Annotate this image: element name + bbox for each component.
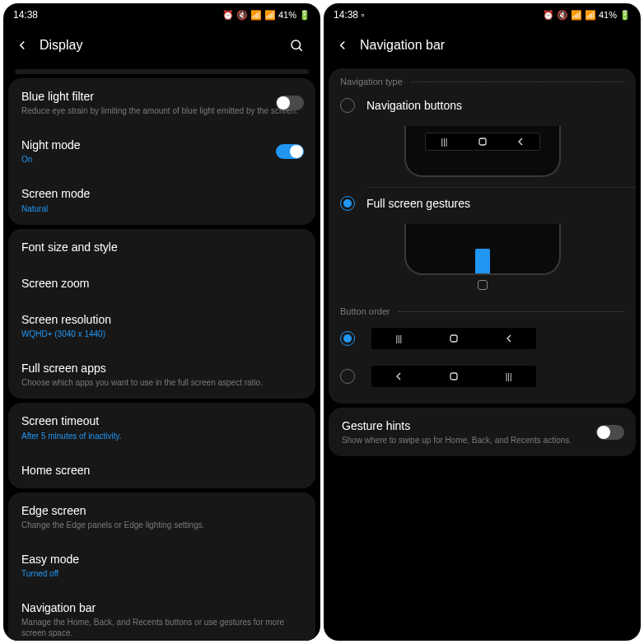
settings-row[interactable]: Navigation barManage the Home, Back, and…	[8, 590, 315, 641]
settings-row[interactable]: Blue light filterReduce eye strain by li…	[8, 78, 315, 127]
row-gesture-hints[interactable]: Gesture hints Show where to swipe up for…	[329, 408, 636, 456]
search-button[interactable]	[282, 31, 310, 59]
nav-settings-content[interactable]: Navigation type Navigation buttons |||	[324, 64, 641, 641]
row-subtitle: Reduce eye strain by limiting the amount…	[21, 105, 302, 116]
radio-selected[interactable]	[340, 196, 355, 211]
row-subtitle: Choose which apps you want to use in the…	[21, 377, 302, 388]
display-settings-screen: 14:38 ⏰ 🔇 📶 📶 41% 🔋 Display Blue light f…	[3, 3, 320, 641]
status-time: 14:38	[13, 9, 38, 21]
back-button[interactable]	[329, 31, 357, 59]
scroll-indicator	[15, 69, 309, 74]
button-order-2[interactable]: |||	[329, 357, 636, 395]
row-title: Screen zoom	[21, 276, 302, 291]
radio-unselected[interactable]	[340, 369, 355, 384]
card-light: Blue light filterReduce eye strain by li…	[8, 78, 315, 225]
option-label: Full screen gestures	[366, 197, 470, 210]
row-title: Screen mode	[21, 186, 302, 201]
row-subtitle: Change the Edge panels or Edge lighting …	[21, 520, 302, 530]
back-icon	[389, 372, 408, 380]
home-icon	[444, 372, 464, 380]
mute-icon: 🔇	[557, 10, 568, 21]
battery-icon: 🔋	[299, 10, 310, 21]
settings-row[interactable]: Full screen appsChoose which apps you wa…	[8, 350, 315, 399]
app-bar: Navigation bar	[324, 26, 641, 64]
toggle-on[interactable]	[276, 144, 304, 159]
divider	[411, 82, 624, 82]
recents-icon: |||	[435, 138, 455, 147]
recents-icon: |||	[499, 372, 519, 381]
signal-icon: 📶	[585, 10, 596, 21]
row-title: Easy mode	[21, 552, 302, 567]
row-title: Blue light filter	[21, 89, 302, 104]
row-title: Navigation bar	[21, 600, 302, 615]
settings-row[interactable]: Home screen	[8, 452, 315, 488]
page-title: Display	[40, 38, 282, 53]
settings-row[interactable]: Easy modeTurned off	[8, 541, 315, 590]
order-preview: |||	[371, 328, 536, 349]
wifi-icon: 📶	[571, 10, 582, 21]
button-order-1[interactable]: |||	[329, 320, 636, 357]
card-edge: Edge screenChange the Edge panels or Edg…	[8, 492, 315, 641]
status-time: 14:38 ▫	[334, 9, 365, 21]
svg-line-1	[299, 48, 301, 50]
row-title: Full screen apps	[21, 361, 302, 376]
settings-row[interactable]: Font size and style	[8, 229, 315, 265]
card-gesture-hints: Gesture hints Show where to swipe up for…	[329, 408, 636, 456]
toggle-off[interactable]	[596, 425, 624, 440]
back-button[interactable]	[8, 31, 36, 59]
row-subtitle: Manage the Home, Back, and Recents butto…	[21, 617, 302, 638]
row-title: Font size and style	[21, 240, 302, 254]
option-nav-buttons[interactable]: Navigation buttons	[329, 90, 636, 121]
section-label: Button order	[340, 306, 390, 316]
battery-icon: 🔋	[619, 10, 631, 21]
settings-row[interactable]: Edge screenChange the Edge panels or Edg…	[8, 492, 315, 541]
battery-pct: 41%	[599, 10, 617, 20]
order-preview: |||	[371, 366, 536, 387]
alarm-icon: ⏰	[543, 10, 554, 21]
preview-gestures	[329, 224, 636, 275]
back-icon	[499, 334, 519, 343]
row-subtitle: After 5 minutes of inactivity.	[21, 431, 302, 441]
wifi-icon: 📶	[250, 10, 262, 21]
row-subtitle: On	[21, 154, 302, 165]
settings-row[interactable]: Screen resolutionWQHD+ (3040 x 1440)	[8, 301, 315, 350]
option-full-screen-gestures[interactable]: Full screen gestures	[329, 188, 636, 219]
row-title: Night mode	[21, 138, 302, 152]
row-title: Gesture hints	[342, 418, 623, 433]
row-subtitle: Show where to swipe up for Home, Back, a…	[342, 435, 623, 446]
mute-icon: 🔇	[236, 10, 248, 21]
toggle-off[interactable]	[276, 96, 304, 110]
status-bar: 14:38 ⏰ 🔇 📶 📶 41% 🔋	[3, 3, 320, 26]
settings-row[interactable]: Screen timeoutAfter 5 minutes of inactiv…	[8, 403, 315, 451]
settings-row[interactable]: Night modeOn	[8, 127, 315, 175]
preview-nav-buttons: |||	[329, 126, 636, 177]
row-title: Edge screen	[21, 503, 302, 518]
alarm-icon: ⏰	[222, 10, 234, 21]
card-font: Font size and styleScreen zoomScreen res…	[8, 229, 315, 399]
settings-row[interactable]: Screen modeNatural	[8, 175, 315, 224]
radio-unselected[interactable]	[340, 98, 355, 113]
back-icon	[511, 138, 530, 146]
card-nav-type: Navigation type Navigation buttons |||	[329, 68, 636, 404]
svg-point-0	[292, 40, 301, 49]
home-icon	[473, 138, 492, 146]
svg-rect-4	[450, 373, 457, 380]
svg-rect-2	[479, 138, 486, 145]
settings-row[interactable]: Screen zoom	[8, 265, 315, 301]
settings-list[interactable]: Blue light filterReduce eye strain by li…	[3, 64, 320, 641]
row-title: Screen timeout	[21, 413, 302, 428]
section-nav-type: Navigation type	[329, 68, 636, 90]
status-icons: ⏰ 🔇 📶 📶 41% 🔋	[222, 10, 310, 21]
row-subtitle: Turned off	[21, 568, 302, 579]
divider	[399, 311, 624, 312]
status-icons: ⏰ 🔇 📶 📶 41% 🔋	[543, 10, 631, 21]
svg-rect-3	[450, 335, 457, 342]
card-timeout: Screen timeoutAfter 5 minutes of inactiv…	[8, 403, 315, 488]
signal-icon: 📶	[264, 10, 276, 21]
radio-selected[interactable]	[340, 331, 355, 346]
recents-icon: |||	[389, 334, 408, 343]
row-subtitle: Natural	[21, 203, 302, 214]
app-bar: Display	[3, 26, 320, 64]
home-outline-icon	[478, 280, 488, 290]
section-button-order: Button order	[329, 298, 636, 320]
